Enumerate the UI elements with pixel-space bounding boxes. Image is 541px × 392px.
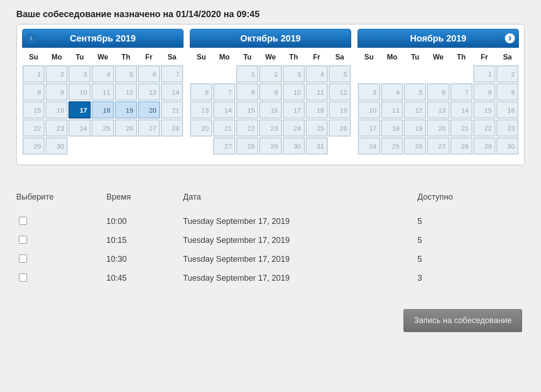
dow-cell: Mo [213,48,236,65]
calendar-day-disabled: 4 [306,65,328,82]
calendar-day-disabled: 5 [329,65,351,82]
calendar-day-disabled: 31 [306,137,328,155]
calendar-day-available[interactable]: 19 [115,101,137,119]
month-nov-2019: Ноябрь 2019SuMoTuWeThFrSa123456789101112… [358,29,519,155]
calendar-day-disabled: 11 [92,83,114,100]
calendar-day-disabled: 20 [190,119,212,137]
timeslot-checkbox[interactable] [19,217,27,225]
col-available: Доступно [417,192,525,202]
calendar-day-empty [92,137,114,155]
chevron-left-icon [29,36,33,41]
timeslot-select-cell [16,272,106,284]
timeslot-checkbox[interactable] [19,236,27,244]
calendar-day-selected[interactable]: 17 [69,101,91,119]
calendar-day-disabled: 16 [259,101,281,119]
dow-cell: Su [358,48,381,65]
calendar-day-disabled: 6 [138,65,160,82]
month-title: Сентябрь 2019 [70,33,136,43]
dow-cell: Sa [160,48,183,65]
month-title: Ноябрь 2019 [410,33,467,43]
calendar-day-disabled: 29 [473,137,495,155]
calendar-day-available[interactable]: 20 [138,101,160,119]
month-oct-2019: Октябрь 2019SuMoTuWeThFrSa12345678910111… [190,29,351,155]
calendar-day-disabled: 23 [46,119,68,137]
dow-cell: Th [450,48,473,65]
calendar-day-disabled: 30 [496,137,518,155]
calendar-day-disabled: 21 [213,119,235,137]
page-title: Ваше собеседование назначено на 01/14/20… [16,9,525,19]
timeslot-available: 5 [417,236,525,245]
calendar-day-disabled: 2 [259,65,281,82]
calendar-day-disabled: 9 [46,83,68,100]
calendar-day-empty [427,65,449,82]
calendar-day-empty [138,137,160,155]
calendar-day-disabled: 1 [473,65,495,82]
calendar-day-disabled: 3 [283,65,305,82]
timeslot-date: Tuesday September 17, 2019 [183,236,417,245]
calendar-day-disabled: 12 [115,83,137,100]
dow-cell: Tu [68,48,91,65]
chevron-right-icon [508,36,512,41]
col-select: Выберите [16,192,106,202]
timeslot-row: 10:45Tuesday September 17, 20193 [16,269,525,287]
calendar-day-empty [329,137,351,155]
timeslot-time: 10:45 [106,273,183,283]
calendar-day-disabled: 22 [23,119,45,137]
calendar-day-disabled: 15 [236,101,258,119]
dow-cell: Th [282,48,305,65]
timeslot-select-cell [16,253,106,265]
calendar-day-disabled: 18 [381,119,403,137]
calendar-day-disabled: 24 [358,137,380,155]
calendar-day-empty [213,65,235,82]
calendar-day-disabled: 24 [69,119,91,137]
calendar-day-disabled: 25 [92,119,114,137]
calendar-day-empty [381,65,403,82]
calendar-day-disabled: 27 [213,137,235,155]
calendar-day-disabled: 26 [329,119,351,137]
calendar-prev-button[interactable] [26,33,36,43]
dow-cell: We [426,48,449,65]
calendar-day-disabled: 17 [283,101,305,119]
calendar-day-disabled: 2 [46,65,68,82]
calendar-day-disabled: 22 [236,119,258,137]
calendar-day-disabled: 20 [427,119,449,137]
calendar-day-available[interactable]: 18 [92,101,114,119]
calendar-day-disabled: 10 [69,83,91,100]
calendar-day-disabled: 1 [23,65,45,82]
calendar-day-disabled: 19 [404,119,426,137]
calendar-day-disabled: 27 [138,119,160,137]
calendar-day-disabled: 29 [259,137,281,155]
timeslot-date: Tuesday September 17, 2019 [183,255,417,264]
calendar-day-disabled: 29 [23,137,45,155]
calendar-day-disabled: 11 [306,83,328,100]
calendar-day-disabled: 9 [496,83,518,100]
timeslot-available: 3 [417,273,525,283]
calendar-day-disabled: 7 [161,65,183,82]
calendar-day-disabled: 13 [190,101,212,119]
timeslots-section: Выберите Время Дата Доступно 10:00Tuesda… [16,192,525,287]
calendar-day-empty [190,137,212,155]
calendar-day-disabled: 23 [496,119,518,137]
timeslot-checkbox[interactable] [19,273,27,282]
calendar-day-disabled: 17 [358,119,380,137]
calendar-next-button[interactable] [505,33,515,43]
calendar-day-disabled: 5 [115,65,137,82]
calendar-day-disabled: 10 [358,101,380,119]
col-date: Дата [183,192,417,202]
calendar-day-empty [358,65,380,82]
dow-cell: Tu [403,48,426,65]
dow-cell: Fr [473,48,496,65]
submit-button[interactable]: Запись на собеседование [403,309,522,332]
calendar-day-empty [190,65,212,82]
dow-cell: Sa [496,48,519,65]
calendar-day-disabled: 12 [404,101,426,119]
calendar-day-disabled: 14 [213,101,235,119]
dow-cell: Fr [138,48,160,65]
calendar-day-disabled: 28 [450,137,472,155]
timeslot-checkbox[interactable] [19,255,27,263]
calendar-day-disabled: 7 [213,83,235,100]
calendar-day-disabled: 8 [236,83,258,100]
timeslot-select-cell [16,215,106,227]
month-sep-2019: Сентябрь 2019SuMoTuWeThFrSa1234567891011… [22,29,183,155]
calendar-day-disabled: 21 [450,119,472,137]
